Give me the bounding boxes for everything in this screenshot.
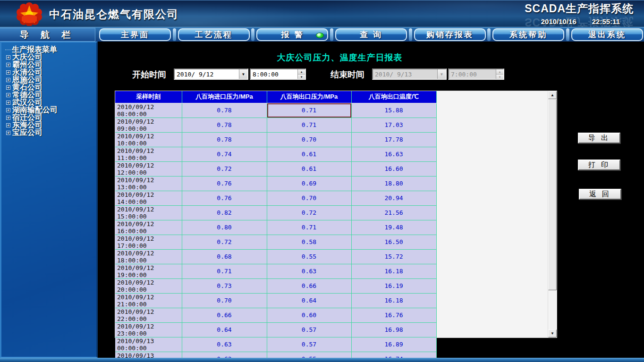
tree-expand-icon[interactable]: +: [6, 85, 10, 90]
value-cell[interactable]: 0.57: [267, 322, 351, 337]
column-header[interactable]: 八百垧出口压力/MPa: [267, 91, 351, 103]
value-cell[interactable]: 15.72: [351, 249, 436, 264]
timestamp-cell[interactable]: 2010/09/12 11:00:00: [115, 147, 182, 161]
print-button[interactable]: 打 印: [578, 160, 620, 170]
spin-down-icon[interactable]: ▼: [298, 75, 305, 79]
column-header[interactable]: 八百垧进口压力/MPa: [182, 91, 267, 103]
dropdown-arrow-icon[interactable]: ▼: [239, 69, 247, 79]
scroll-down-icon[interactable]: ▼: [548, 329, 557, 337]
vertical-scrollbar[interactable]: ▲ ▼: [548, 91, 557, 337]
value-cell[interactable]: 0.63: [182, 337, 267, 352]
value-cell[interactable]: 0.64: [267, 293, 351, 308]
value-cell[interactable]: 16.18: [351, 264, 436, 278]
timestamp-cell[interactable]: 2010/09/12 17:00:00: [115, 235, 182, 249]
timestamp-cell[interactable]: 2010/09/12 21:00:00: [115, 293, 182, 308]
value-cell[interactable]: 0.82: [182, 205, 267, 220]
value-cell[interactable]: 16.50: [351, 235, 436, 249]
value-cell[interactable]: 16.18: [351, 293, 436, 308]
timestamp-cell[interactable]: 2010/09/12 14:00:00: [115, 191, 182, 205]
nav-button[interactable]: 购销存报表: [414, 28, 486, 41]
back-button[interactable]: 返 回: [579, 189, 621, 200]
value-cell[interactable]: 0.58: [267, 235, 351, 249]
value-cell[interactable]: 16.60: [351, 161, 436, 176]
scroll-up-icon[interactable]: ▲: [548, 91, 557, 99]
value-cell[interactable]: 16.63: [351, 147, 436, 161]
value-cell[interactable]: 21.56: [351, 205, 436, 220]
nav-button[interactable]: 主界面: [99, 28, 171, 41]
timestamp-cell[interactable]: 2010/09/12 10:00:00: [115, 132, 182, 147]
timestamp-cell[interactable]: 2010/09/12 20:00:00: [115, 278, 182, 293]
tree-expand-icon[interactable]: +: [6, 70, 10, 75]
timestamp-cell[interactable]: 2010/09/12 08:00:00: [115, 103, 182, 118]
value-cell[interactable]: 0.68: [182, 249, 267, 264]
value-cell[interactable]: 0.76: [182, 191, 267, 205]
value-cell[interactable]: 0.61: [267, 161, 351, 176]
value-cell[interactable]: 0.71: [267, 220, 351, 235]
tree-expand-icon[interactable]: +: [6, 123, 10, 127]
value-cell[interactable]: 0.70: [267, 132, 351, 147]
value-cell[interactable]: 17.03: [351, 118, 436, 132]
value-cell[interactable]: 0.73: [182, 278, 267, 293]
value-cell[interactable]: 16.76: [351, 308, 436, 322]
value-cell[interactable]: 0.55: [267, 249, 351, 264]
timestamp-cell[interactable]: 2010/09/12 23:00:00: [115, 322, 182, 337]
nav-button[interactable]: 工艺流程: [178, 28, 250, 41]
value-cell[interactable]: 0.72: [182, 235, 267, 249]
scrollbar-track[interactable]: [548, 290, 557, 329]
value-cell[interactable]: 16.19: [351, 278, 436, 293]
timestamp-cell[interactable]: 2010/09/12 19:00:00: [115, 264, 182, 278]
value-cell[interactable]: 0.70: [267, 191, 351, 205]
column-header[interactable]: 八百垧出口温度/℃: [351, 91, 436, 103]
tree-expand-icon[interactable]: +: [6, 55, 10, 59]
nav-button[interactable]: 退出系统: [571, 28, 643, 41]
timestamp-cell[interactable]: 2010/09/13 00:00:00: [115, 337, 182, 352]
tree-expand-icon[interactable]: +: [6, 108, 10, 112]
value-cell[interactable]: 0.76: [182, 176, 267, 191]
start-time-spinner[interactable]: 8:00:00 ▲ ▼: [250, 68, 306, 80]
value-cell[interactable]: 15.88: [351, 103, 436, 118]
sidebar-item[interactable]: +宝应公司: [5, 129, 58, 136]
value-cell[interactable]: 0.66: [267, 278, 351, 293]
nav-button[interactable]: 报 警: [256, 28, 328, 41]
scrollbar-thumb[interactable]: [548, 99, 557, 290]
value-cell[interactable]: 16.98: [351, 322, 436, 337]
value-cell[interactable]: 0.71: [182, 264, 267, 278]
value-cell[interactable]: 0.63: [267, 264, 351, 278]
tree-expand-icon[interactable]: +: [6, 131, 10, 135]
timestamp-cell[interactable]: 2010/09/12 16:00:00: [115, 220, 182, 235]
value-cell[interactable]: 16.89: [351, 337, 436, 352]
nav-button[interactable]: 查 询: [335, 28, 407, 41]
value-cell[interactable]: 0.71: [267, 103, 351, 118]
nav-button[interactable]: 系统帮助: [492, 28, 564, 41]
timestamp-cell[interactable]: 2010/09/12 22:00:00: [115, 308, 182, 322]
value-cell[interactable]: 0.74: [182, 147, 267, 161]
value-cell[interactable]: 0.78: [182, 118, 267, 132]
value-cell[interactable]: 0.64: [182, 322, 267, 337]
value-cell[interactable]: 0.61: [267, 147, 351, 161]
value-cell[interactable]: 0.78: [182, 103, 267, 118]
value-cell[interactable]: 19.48: [351, 220, 436, 235]
tree-expand-icon[interactable]: +: [6, 78, 10, 82]
tree-expand-icon[interactable]: +: [6, 116, 10, 120]
value-cell[interactable]: 17.78: [351, 132, 436, 147]
start-date-picker[interactable]: 2010/ 9/12 ▼: [174, 68, 248, 80]
value-cell[interactable]: 0.78: [182, 132, 267, 147]
tree-expand-icon[interactable]: +: [6, 101, 10, 105]
value-cell[interactable]: 18.80: [351, 176, 436, 191]
value-cell[interactable]: 0.69: [267, 176, 351, 191]
value-cell[interactable]: 0.72: [267, 205, 351, 220]
value-cell[interactable]: 0.60: [267, 308, 351, 322]
value-cell[interactable]: 0.57: [267, 337, 351, 352]
timestamp-cell[interactable]: 2010/09/12 09:00:00: [115, 118, 182, 132]
export-button[interactable]: 导 出: [578, 133, 620, 143]
spin-up-icon[interactable]: ▲: [298, 69, 305, 75]
tree-expand-icon[interactable]: +: [6, 63, 10, 67]
value-cell[interactable]: 0.66: [182, 308, 267, 322]
value-cell[interactable]: 0.70: [182, 293, 267, 308]
value-cell[interactable]: 0.80: [182, 220, 267, 235]
column-header[interactable]: 采样时刻: [115, 91, 182, 103]
value-cell[interactable]: 20.94: [351, 191, 436, 205]
timestamp-cell[interactable]: 2010/09/12 18:00:00: [115, 249, 182, 264]
timestamp-cell[interactable]: 2010/09/12 15:00:00: [115, 205, 182, 220]
timestamp-cell[interactable]: 2010/09/12 13:00:00: [115, 176, 182, 191]
